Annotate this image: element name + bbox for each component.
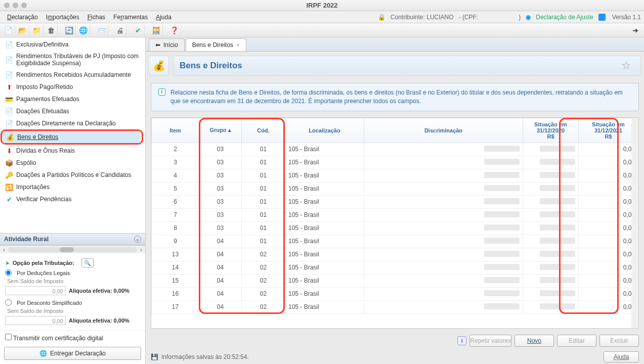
col-item[interactable]: Item	[152, 118, 199, 143]
table-row[interactable]: 90401105 - Brasil0,00	[152, 235, 638, 248]
sidebar-item-dividas[interactable]: ⬇Dívidas e Ônus Reais	[2, 145, 143, 157]
menu-ajuda[interactable]: Ajuda	[152, 14, 176, 21]
table-row[interactable]: 50301105 - Brasil0,00	[152, 182, 638, 195]
cert-row: Transmitir com certificação digital	[0, 330, 145, 345]
star-icon[interactable]: ☆	[621, 59, 631, 72]
repetir-button[interactable]: Repetir valores	[469, 335, 511, 347]
down-arrow-icon: ⬇	[5, 147, 13, 155]
entregar-button[interactable]: 🌐 Entregar Declaração	[4, 347, 141, 360]
menu-fichas[interactable]: Fichas	[83, 14, 109, 21]
aliquota-label-2: Alíquota efetiva: 0,00%	[69, 317, 130, 324]
help-icon[interactable]: ❓	[168, 25, 181, 36]
menu-declaracao[interactable]: Declaração	[3, 14, 42, 21]
globe-icon: 🌐	[39, 350, 47, 357]
window-title: IRPF 2022	[306, 2, 337, 9]
doc-icon: 📄	[5, 71, 13, 79]
sem-saldo-label: Sem Saldo de Imposto	[7, 278, 140, 284]
menu-ferramentas[interactable]: Ferramentas	[109, 14, 152, 21]
table-row[interactable]: 150402105 - Brasil0,00	[152, 274, 638, 287]
sidebar-item-verificar[interactable]: ✔Verificar Pendências	[2, 193, 143, 205]
novo-button[interactable]: Novo	[514, 335, 554, 347]
sidebar-item-doacoes-decl[interactable]: 📄Doações Diretamente na Declaração	[2, 117, 143, 129]
scroll-left-icon[interactable]: ‹	[0, 246, 8, 253]
table-row[interactable]: 20301105 - Brasil0,00	[152, 143, 638, 156]
aliquota-label: Alíquota efetiva: 0,00%	[69, 288, 130, 294]
panel-atividade-rural[interactable]: Atividade Rural ⌄	[0, 233, 145, 245]
sidebar-item-bens-direitos[interactable]: 💰Bens e Direitos	[3, 131, 141, 143]
tab-inicio[interactable]: ⬅Início	[149, 38, 185, 51]
tab-bens-direitos[interactable]: Bens e Direitos×	[186, 38, 246, 51]
sidebar-item-rendimentos-pj[interactable]: 📄Rendimentos Tributáveis de PJ (Imposto …	[2, 51, 143, 69]
check-icon[interactable]: ✔	[132, 25, 145, 36]
search-icon[interactable]: 🔍	[81, 258, 94, 267]
valor-input-2[interactable]: 0,00	[5, 316, 66, 325]
table-row[interactable]: 140402105 - Brasil0,00	[152, 261, 638, 274]
sidebar-item-doacoes-partidos[interactable]: 🔑Doações a Partidos Políticos e Candidat…	[2, 169, 143, 181]
sidebar-item-importacoes[interactable]: 🔁Importações	[2, 181, 143, 193]
sidebar-hscroll[interactable]: ‹ ›	[0, 245, 145, 253]
globe-icon[interactable]: 🌐	[77, 25, 90, 36]
table-row[interactable]: 60301105 - Brasil0,00	[152, 195, 638, 208]
chevron-down-icon[interactable]: ⌄	[134, 236, 141, 243]
new-file-icon[interactable]: 📄	[2, 25, 15, 36]
table-row[interactable]: 70301105 - Brasil0,00	[152, 208, 638, 221]
radio-deducoes-label: Por Deduções Legais	[17, 270, 70, 276]
table-row[interactable]: 130402105 - Brasil0,00	[152, 248, 638, 261]
doc-icon: 📄	[5, 119, 13, 127]
close-window-icon[interactable]	[4, 3, 10, 8]
print-icon[interactable]: 🖨	[113, 25, 126, 36]
col-s2021[interactable]: Situação em31/12/2021R$	[579, 118, 638, 143]
col-disc[interactable]: Discriminação	[364, 118, 523, 143]
tax-label: Opção pela Tributação:	[13, 260, 74, 266]
col-loc[interactable]: Localização	[285, 118, 364, 143]
table-row[interactable]: 170402105 - Brasil0,00	[152, 300, 638, 313]
status-message: Informações salvas às 20:52:54.	[161, 353, 249, 360]
editar-button[interactable]: Editar	[557, 335, 596, 347]
close-icon[interactable]: ×	[236, 42, 239, 48]
declaracao-tipo-icon: ◉	[526, 14, 531, 21]
col-s2020[interactable]: Situação em31/12/2020R$	[523, 118, 579, 143]
window-controls[interactable]	[4, 3, 27, 8]
folder-icon[interactable]: 📁	[30, 25, 44, 36]
excluir-button[interactable]: Excluir	[599, 335, 639, 347]
info-icon[interactable]: i	[457, 336, 466, 345]
refresh-icon[interactable]: 🔄	[63, 25, 76, 36]
col-grupo[interactable]: Grupo ▴	[199, 118, 242, 143]
page-icon: 💰	[149, 56, 169, 76]
sem-saldo-label-2: Sem Saldo de Imposto	[7, 308, 140, 314]
highlight-bens-direitos: 💰Bens e Direitos	[1, 129, 143, 145]
calculator-icon[interactable]: 🧮	[150, 25, 163, 36]
table-row[interactable]: 40301105 - Brasil0,00	[152, 169, 638, 182]
minimize-window-icon[interactable]	[13, 3, 18, 8]
info-box: i Relacione nesta ficha de Bens e Direit…	[151, 83, 639, 111]
scroll-thumb[interactable]	[60, 247, 74, 252]
send-icon[interactable]: 📨	[95, 25, 108, 36]
sidebar-item-pagamentos[interactable]: 💳Pagamentos Efetuados	[2, 93, 143, 105]
sidebar-item-imposto-pago[interactable]: ⬆Imposto Pago/Retido	[2, 81, 143, 93]
trash-icon[interactable]: 🗑	[45, 25, 58, 36]
ajuda-button[interactable]: Ajuda	[604, 351, 639, 362]
table-row[interactable]: 80301105 - Brasil0,00	[152, 221, 638, 235]
sidebar-item-rendimentos-acum[interactable]: 📄Rendimentos Recebidos Acumuladamente	[2, 69, 143, 81]
exit-icon[interactable]: ➜	[629, 25, 642, 36]
status-bar: 💾 Informações salvas às 20:52:54. Ajuda	[146, 350, 644, 364]
valor-input[interactable]: 0,00	[5, 286, 66, 295]
check-icon: ✔	[5, 195, 13, 203]
maximize-window-icon[interactable]	[21, 3, 27, 8]
radio-deducoes[interactable]	[5, 269, 12, 276]
open-folder-icon[interactable]: 📂	[16, 25, 29, 36]
col-cod[interactable]: Cód.	[242, 118, 285, 143]
table-scrollbar[interactable]	[631, 118, 638, 328]
content-area: ⬅Início Bens e Direitos× 💰 Bens e Direit…	[146, 37, 644, 364]
sidebar-item-doacoes[interactable]: 📄Doações Efetuadas	[2, 105, 143, 117]
sidebar-item-espolio[interactable]: 📦Espólio	[2, 157, 143, 169]
money-icon: 💰	[6, 133, 14, 141]
radio-simplificado[interactable]	[5, 299, 12, 306]
menu-importacoes[interactable]: Importações	[42, 14, 83, 21]
scroll-right-icon[interactable]: ›	[137, 246, 145, 253]
table-row[interactable]: 160402105 - Brasil0,00	[152, 287, 638, 300]
table-row[interactable]: 30301105 - Brasil0,00	[152, 156, 638, 169]
titlebar: IRPF 2022	[0, 0, 644, 11]
sidebar-item-exclusiva[interactable]: 📄Exclusiva/Definitiva	[2, 38, 143, 51]
cert-checkbox[interactable]	[5, 334, 12, 340]
